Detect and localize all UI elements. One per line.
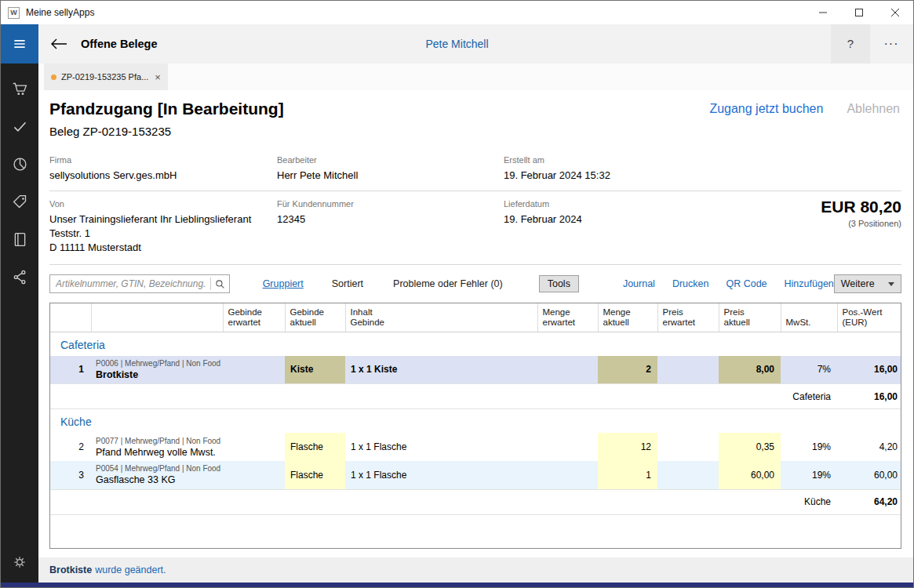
journal-link[interactable]: Journal <box>623 278 655 289</box>
sidebar-item-cart[interactable] <box>1 70 38 107</box>
add-link[interactable]: Hinzufügen <box>785 278 834 289</box>
print-link[interactable]: Drucken <box>672 278 709 289</box>
info-von: Von Unser Trainingslieferant Ihr Lieblin… <box>49 199 277 255</box>
table-header-row: Gebindeerwartet Gebindeaktuell InhaltGeb… <box>50 303 901 332</box>
article-meta: P0006 | Mehrweg/Pfand | Non Food <box>96 359 223 368</box>
grouped-toggle[interactable]: Gruppiert <box>263 278 304 289</box>
table-row[interactable]: 2 P0077 | Mehrweg/Pfand | Non Food Pfand… <box>50 433 901 461</box>
pos-wert-cell: 4,20 <box>837 433 901 461</box>
info-kundennummer: Für Kundennummer 12345 <box>277 199 504 255</box>
col-header-preis-erwartet[interactable]: Preiserwartet <box>657 303 719 332</box>
menge-erwartet-cell <box>537 356 598 384</box>
pos-wert-cell: 60,00 <box>837 461 901 489</box>
inhalt-gebinde-cell: 1 x 1 Kiste <box>345 356 537 384</box>
preis-aktuell-cell[interactable]: 60,00 <box>719 461 781 489</box>
shopping-cart-icon <box>12 81 28 97</box>
qr-code-link[interactable]: QR Code <box>726 278 767 289</box>
mwst-cell: 7% <box>781 356 837 384</box>
group-header-row[interactable]: Cafeteria <box>50 332 901 356</box>
col-header-menge-aktuell[interactable]: Mengeaktuell <box>598 303 657 332</box>
article-name: Brotkiste <box>96 369 223 380</box>
col-header-inhalt-gebinde[interactable]: InhaltGebinde <box>345 303 537 332</box>
checkmark-icon <box>12 118 28 135</box>
von-line2: Teststr. 1 <box>49 227 277 241</box>
hamburger-menu-button[interactable] <box>1 24 38 64</box>
document-number: Beleg ZP-0219-153235 <box>49 125 901 138</box>
close-button[interactable] <box>877 1 913 24</box>
unsaved-changes-dot-icon <box>51 74 56 80</box>
sidebar-item-statistics[interactable] <box>1 145 38 183</box>
minimize-button[interactable] <box>805 1 841 24</box>
main-area: ZP-0219-153235 Pfa... × Pfandzugang [In … <box>38 64 913 583</box>
preis-erwartet-cell <box>657 461 719 489</box>
sidebar-item-tasks[interactable] <box>1 107 38 145</box>
search-input[interactable] <box>56 278 206 289</box>
total-amount: EUR 80,20 <box>821 198 901 216</box>
col-header-preis-aktuell[interactable]: Preisaktuell <box>719 303 781 332</box>
menge-erwartet-cell <box>537 461 598 489</box>
maximize-button[interactable] <box>841 1 877 24</box>
erstellt-value: 19. Februar 2024 15:32 <box>504 169 901 183</box>
tab-close-icon[interactable]: × <box>155 71 161 83</box>
von-label: Von <box>49 199 277 209</box>
col-header-menge-erwartet[interactable]: Mengeerwartet <box>537 303 598 332</box>
col-header-gebinde-erwartet[interactable]: Gebindeerwartet <box>223 303 285 332</box>
gebinde-aktuell-cell[interactable]: Flasche <box>285 461 345 489</box>
gebinde-aktuell-cell[interactable]: Flasche <box>285 433 345 461</box>
article-cell: P0054 | Mehrweg/Pfand | Non Food Gasflas… <box>91 461 223 489</box>
col-header-article <box>91 303 223 332</box>
subtotal-label: Küche <box>781 489 837 514</box>
menge-erwartet-cell <box>537 433 598 461</box>
status-message: wurde geändert. <box>95 564 166 575</box>
group-subtotal-row: Cafeteria 16,00 <box>50 384 901 409</box>
group-header-row[interactable]: Küche <box>50 409 901 434</box>
reject-button[interactable]: Ablehnen <box>847 102 900 116</box>
app-header: Offene Belege Pete Mitchell ? ··· <box>1 24 913 64</box>
status-item-name: Brotkiste <box>49 564 92 575</box>
back-button[interactable] <box>46 24 71 64</box>
col-header-mwst[interactable]: MwSt. <box>781 303 837 332</box>
journal-icon <box>12 231 28 248</box>
bearbeiter-label: Bearbeiter <box>277 155 504 165</box>
book-now-button[interactable]: Zugang jetzt buchen <box>709 102 823 116</box>
menge-aktuell-cell[interactable]: 2 <box>598 356 657 384</box>
more-options-button[interactable]: ··· <box>874 24 909 64</box>
document-title: Pfandzugang [In Bearbeitung] <box>49 100 284 118</box>
positions-table: Gebindeerwartet Gebindeaktuell InhaltGeb… <box>50 303 901 515</box>
subtotal-value: 16,00 <box>837 384 901 409</box>
search-divider <box>210 278 211 290</box>
preis-erwartet-cell <box>657 356 719 384</box>
pie-chart-icon <box>12 156 28 172</box>
page-title: Offene Belege <box>81 24 158 64</box>
search-icon[interactable] <box>215 279 225 289</box>
group-name: Küche <box>50 409 901 434</box>
col-header-gebinde-aktuell[interactable]: Gebindeaktuell <box>285 303 345 332</box>
window-controls <box>805 1 913 24</box>
sidebar-item-articles[interactable] <box>1 183 38 220</box>
user-name-link[interactable]: Pete Mitchell <box>425 24 488 64</box>
table-row[interactable]: 3 P0054 | Mehrweg/Pfand | Non Food Gasfl… <box>50 461 901 489</box>
sidebar-item-journal[interactable] <box>1 220 38 258</box>
menge-aktuell-cell[interactable]: 12 <box>598 433 657 461</box>
preis-aktuell-cell[interactable]: 8,00 <box>719 356 781 384</box>
positions-count: (3 Positionen) <box>821 219 901 228</box>
table-row[interactable]: 1 P0006 | Mehrweg/Pfand | Non Food Brotk… <box>50 356 901 384</box>
settings-button[interactable] <box>1 548 38 576</box>
menge-aktuell-cell[interactable]: 1 <box>598 461 657 489</box>
help-button[interactable]: ? <box>831 24 870 64</box>
info-firma: Firma sellysolutions Serv.ges.mbH <box>49 155 277 183</box>
problems-filter[interactable]: Probleme oder Fehler (0) <box>393 278 503 289</box>
window-title: Meine sellyApps <box>26 7 94 18</box>
tools-button[interactable]: Tools <box>539 275 579 292</box>
document-tab[interactable]: ZP-0219-153235 Pfa... × <box>44 64 168 90</box>
gebinde-aktuell-cell[interactable]: Kiste <box>285 356 345 384</box>
sorted-toggle[interactable]: Sortiert <box>332 278 363 289</box>
more-actions-dropdown[interactable]: Weitere <box>834 274 901 293</box>
preis-aktuell-cell[interactable]: 0,35 <box>719 433 781 461</box>
article-search[interactable] <box>49 274 230 293</box>
document-total: EUR 80,20 (3 Positionen) <box>821 198 901 228</box>
pos-wert-cell: 16,00 <box>837 356 901 384</box>
group-name: Cafeteria <box>50 332 901 356</box>
sidebar-item-share[interactable] <box>1 258 38 296</box>
col-header-pos-wert[interactable]: Pos.-Wert(EUR) <box>837 303 901 332</box>
